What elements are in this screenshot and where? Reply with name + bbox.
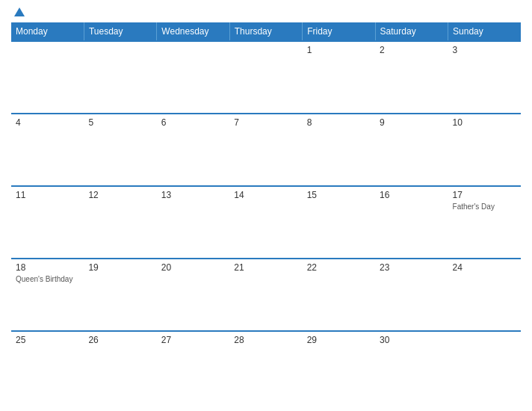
day-number: 14 bbox=[234, 190, 297, 200]
calendar-week-row: 123 bbox=[11, 41, 521, 114]
day-number: 15 bbox=[307, 190, 371, 200]
day-number: 2 bbox=[380, 45, 443, 55]
calendar-day-cell: 15 bbox=[303, 186, 375, 259]
day-number: 3 bbox=[453, 45, 516, 55]
day-number: 23 bbox=[380, 262, 443, 273]
calendar-day-cell bbox=[11, 41, 84, 114]
calendar-day-cell: 4 bbox=[11, 114, 84, 186]
calendar-day-cell: 19 bbox=[84, 259, 156, 331]
day-number: 21 bbox=[234, 262, 297, 273]
calendar-day-cell: 26 bbox=[84, 331, 156, 404]
calendar-day-cell: 21 bbox=[229, 259, 302, 331]
calendar-day-cell: 23 bbox=[375, 259, 448, 331]
calendar-week-row: 252627282930 bbox=[11, 331, 521, 404]
calendar-day-cell: 7 bbox=[229, 114, 302, 186]
calendar-container: MondayTuesdayWednesdayThursdayFridaySatu… bbox=[0, 0, 532, 411]
calendar-table: MondayTuesdayWednesdayThursdayFridaySatu… bbox=[11, 22, 521, 404]
calendar-week-row: 45678910 bbox=[11, 114, 521, 186]
calendar-day-cell: 14 bbox=[229, 186, 302, 259]
calendar-day-cell: 3 bbox=[448, 41, 521, 114]
day-number: 28 bbox=[234, 335, 297, 345]
logo bbox=[11, 7, 28, 16]
calendar-week-row: 18Queen's Birthday192021222324 bbox=[11, 259, 521, 331]
day-number: 10 bbox=[453, 117, 516, 128]
day-number: 6 bbox=[161, 117, 225, 128]
day-number: 18 bbox=[16, 262, 79, 273]
day-number: 13 bbox=[161, 190, 225, 200]
holiday-label: Queen's Birthday bbox=[16, 275, 79, 284]
calendar-day-cell: 6 bbox=[157, 114, 229, 186]
calendar-day-cell: 9 bbox=[375, 114, 448, 186]
day-number: 26 bbox=[88, 335, 152, 345]
calendar-day-cell: 16 bbox=[375, 186, 448, 259]
day-number: 7 bbox=[234, 117, 297, 128]
day-number: 8 bbox=[307, 117, 371, 128]
calendar-day-cell bbox=[157, 41, 229, 114]
calendar-day-cell: 25 bbox=[11, 331, 84, 404]
calendar-day-cell: 12 bbox=[84, 186, 156, 259]
calendar-day-cell: 11 bbox=[11, 186, 84, 259]
weekday-header: Wednesday bbox=[157, 22, 229, 41]
weekday-header: Friday bbox=[303, 22, 375, 41]
day-number: 1 bbox=[307, 45, 371, 55]
calendar-day-cell: 29 bbox=[303, 331, 375, 404]
calendar-day-cell: 5 bbox=[84, 114, 156, 186]
calendar-day-cell: 27 bbox=[157, 331, 229, 404]
day-number: 19 bbox=[88, 262, 152, 273]
day-number: 4 bbox=[16, 117, 79, 128]
logo-triangle-icon bbox=[14, 7, 25, 16]
day-number: 20 bbox=[161, 262, 225, 273]
calendar-day-cell: 22 bbox=[303, 259, 375, 331]
calendar-day-cell: 13 bbox=[157, 186, 229, 259]
day-number: 12 bbox=[88, 190, 152, 200]
calendar-day-cell: 10 bbox=[448, 114, 521, 186]
calendar-day-cell: 8 bbox=[303, 114, 375, 186]
calendar-day-cell bbox=[229, 41, 302, 114]
day-number: 29 bbox=[307, 335, 371, 345]
holiday-label: Father's Day bbox=[453, 203, 516, 211]
day-number: 25 bbox=[16, 335, 79, 345]
weekday-header: Monday bbox=[11, 22, 84, 41]
calendar-header bbox=[11, 7, 521, 16]
calendar-day-cell: 30 bbox=[375, 331, 448, 404]
calendar-day-cell: 18Queen's Birthday bbox=[11, 259, 84, 331]
calendar-day-cell bbox=[448, 331, 521, 404]
day-number: 24 bbox=[453, 262, 516, 273]
calendar-day-cell: 2 bbox=[375, 41, 448, 114]
calendar-day-cell: 17Father's Day bbox=[448, 186, 521, 259]
calendar-day-cell: 24 bbox=[448, 259, 521, 331]
day-number: 27 bbox=[161, 335, 225, 345]
weekday-header: Thursday bbox=[229, 22, 302, 41]
weekday-header: Sunday bbox=[448, 22, 521, 41]
day-number: 30 bbox=[380, 335, 443, 345]
weekday-header: Saturday bbox=[375, 22, 448, 41]
day-number: 16 bbox=[380, 190, 443, 200]
day-number: 22 bbox=[307, 262, 371, 273]
day-number: 17 bbox=[453, 190, 516, 200]
day-number: 9 bbox=[380, 117, 443, 128]
calendar-header-row: MondayTuesdayWednesdayThursdayFridaySatu… bbox=[11, 22, 521, 41]
day-number: 5 bbox=[88, 117, 152, 128]
calendar-day-cell bbox=[84, 41, 156, 114]
day-number: 11 bbox=[16, 190, 79, 200]
calendar-day-cell: 20 bbox=[157, 259, 229, 331]
calendar-day-cell: 1 bbox=[303, 41, 375, 114]
calendar-body: 1234567891011121314151617Father's Day18Q… bbox=[11, 41, 521, 404]
weekday-header: Tuesday bbox=[84, 22, 156, 41]
calendar-day-cell: 28 bbox=[229, 331, 302, 404]
calendar-week-row: 11121314151617Father's Day bbox=[11, 186, 521, 259]
